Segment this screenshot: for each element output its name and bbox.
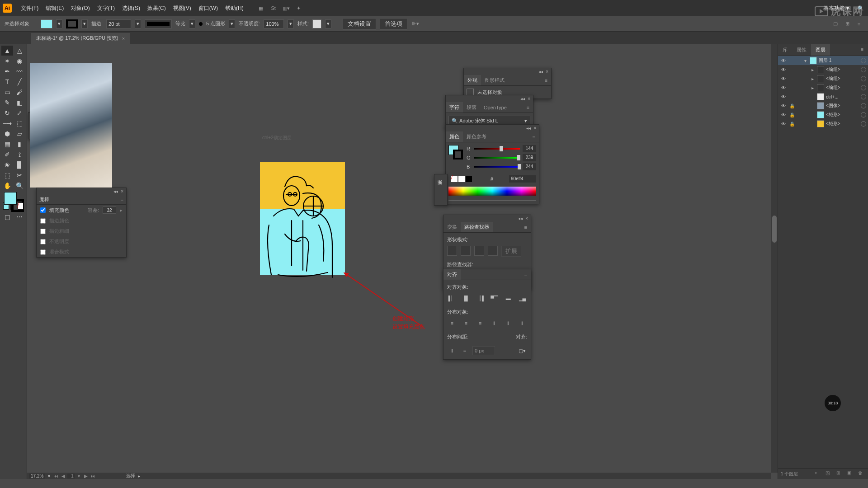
layer-row[interactable]: 👁🔒<图像> — [778, 101, 868, 110]
rectangle-tool[interactable]: ▭ — [1, 87, 13, 97]
target-icon[interactable] — [861, 76, 866, 81]
panel-menu-icon[interactable]: ≡ — [856, 44, 868, 56]
menu-object[interactable]: 对象(O) — [67, 3, 93, 14]
layer-name[interactable]: <编组> — [826, 66, 859, 73]
expand-caret-icon[interactable]: ▾ — [802, 58, 808, 63]
layer-name[interactable]: <编组> — [826, 75, 859, 82]
intersect-icon[interactable] — [474, 246, 484, 256]
visibility-icon[interactable]: 👁 — [780, 94, 787, 99]
document-tab[interactable]: 未标题-1* @ 17.2% (RGB/GPU 预览) × — [31, 32, 130, 44]
color-fill-stroke[interactable] — [448, 145, 463, 170]
lock-icon[interactable]: 🔒 — [789, 122, 795, 127]
line-tool[interactable]: ╱ — [14, 77, 25, 87]
tab-properties[interactable]: 属性 — [792, 44, 811, 56]
layer-name[interactable]: 图层 1 — [819, 57, 859, 64]
layer-row[interactable]: 👁▾图层 1 — [778, 56, 868, 65]
dist-right-icon[interactable]: ⦀ — [518, 318, 527, 328]
selection-tool[interactable]: ▲ — [1, 46, 13, 56]
new-sublayer-icon[interactable]: ⊞ — [836, 470, 844, 478]
dist-left-icon[interactable]: ⦀ — [490, 318, 499, 328]
symbol-sprayer-tool[interactable]: ❀ — [1, 160, 13, 170]
dist-hspace-icon[interactable]: ≡ — [460, 346, 470, 356]
stroke-dropdown[interactable]: ▾ — [81, 19, 88, 28]
menu-view[interactable]: 视图(V) — [170, 3, 195, 14]
eraser-tool[interactable]: ◧ — [14, 98, 25, 108]
stroke-color-check[interactable] — [40, 218, 46, 224]
slice-tool[interactable]: ✂ — [14, 170, 25, 180]
align-panel[interactable]: 对齐 ≡ 对齐对象: ▌▏ ▐▌ ▕▐ ▀▔ ▬ ▁▄ 分布对象: ≡ ≡ ≡ … — [443, 269, 531, 360]
close-icon[interactable]: × — [121, 189, 123, 194]
align-to-dropdown[interactable]: ▢▾ — [517, 346, 527, 356]
fill-dropdown[interactable]: ▾ — [56, 19, 62, 28]
tab-color-guide[interactable]: 颜色参考 — [463, 131, 490, 142]
gpu-icon[interactable]: ✦ — [294, 4, 303, 13]
layer-name[interactable]: <矩形> — [826, 121, 859, 127]
color-panel[interactable]: ◂◂× 颜色 颜色参考 ≡ R144 G239 B244 ⧸ # 90eff4 — [445, 124, 539, 204]
tolerance-input[interactable] — [103, 206, 116, 214]
menu-edit[interactable]: 编辑(E) — [42, 3, 67, 14]
stroke-weight-check[interactable] — [40, 229, 46, 234]
locate-layer-icon[interactable]: ⌖ — [815, 470, 822, 478]
align-left-icon[interactable]: ▌▏ — [447, 293, 457, 303]
magic-wand-panel[interactable]: ◂◂× 魔棒≡ 填充颜色容差:▸ 描边颜色 描边粗细 不透明度 混合模式 — [36, 188, 127, 258]
color-spectrum[interactable] — [448, 187, 536, 196]
dist-bottom-icon[interactable]: ≡ — [475, 318, 485, 328]
tab-appearance[interactable]: 外观 — [464, 75, 481, 85]
visibility-icon[interactable]: 👁 — [780, 85, 787, 90]
magic-wand-tool[interactable]: ✶ — [1, 56, 13, 66]
fill-swatch[interactable] — [41, 19, 52, 28]
tab-paragraph[interactable]: 段落 — [463, 102, 480, 113]
character-panel[interactable]: ◂◂× 字符 段落 OpenType ≡ 🔍 Adobe 宋体 Std L▾ — [445, 95, 533, 129]
blend-tool[interactable]: ⟟ — [14, 150, 25, 160]
unite-icon[interactable] — [447, 246, 457, 256]
visibility-icon[interactable]: 👁 — [780, 103, 787, 108]
type-tool[interactable]: T — [1, 77, 13, 87]
tab-opentype[interactable]: OpenType — [480, 102, 510, 113]
spacing-input[interactable] — [472, 346, 495, 355]
stroke-style-dropdown[interactable]: ▾ — [189, 19, 195, 28]
menu-file[interactable]: 文件(F) — [17, 3, 42, 14]
align-right-icon[interactable]: ▕▐ — [475, 293, 485, 303]
visibility-icon[interactable]: 👁 — [780, 76, 787, 81]
stroke-weight-dropdown[interactable]: ▾ — [135, 19, 141, 28]
target-icon[interactable] — [861, 67, 866, 72]
gradient-panel-collapsed[interactable]: 渐变 — [434, 174, 448, 206]
stock-icon[interactable]: St — [269, 4, 278, 13]
dist-top-icon[interactable]: ≡ — [447, 318, 457, 328]
lock-icon[interactable]: 🔒 — [789, 113, 795, 117]
layer-name[interactable]: <图像> — [826, 103, 859, 109]
paintbrush-tool[interactable]: 🖌 — [14, 87, 25, 97]
delete-layer-icon[interactable]: 🗑 — [858, 470, 865, 478]
graph-tool[interactable]: ▊ — [14, 160, 25, 170]
align-vcenter-icon[interactable]: ▬ — [504, 293, 513, 303]
doc-setup-button[interactable]: 文档设置 — [343, 18, 376, 30]
cb-icon-2[interactable]: ⊞ — [843, 19, 852, 28]
horizontal-scrollbar[interactable]: 17.2% ▾ ⏮◀ 1 ▾▶⏭ 选择 ▸ — [27, 473, 771, 479]
tab-transform[interactable]: 变换 — [443, 222, 461, 232]
target-icon[interactable] — [861, 85, 866, 90]
layer-row[interactable]: 👁▸<编组> — [778, 83, 868, 92]
lasso-tool[interactable]: ◉ — [14, 56, 25, 66]
layer-row[interactable]: 👁▸<编组> — [778, 65, 868, 74]
make-clip-icon[interactable]: ◳ — [826, 470, 833, 478]
opacity-dropdown[interactable]: ▾ — [288, 19, 294, 28]
menu-effect[interactable]: 效果(C) — [144, 3, 170, 14]
stroke-weight-input[interactable] — [106, 19, 131, 28]
target-icon[interactable] — [861, 58, 866, 63]
layer-row[interactable]: 👁ctrl+... — [778, 92, 868, 101]
tab-align[interactable]: 对齐 — [443, 269, 461, 280]
expand-caret-icon[interactable]: ▸ — [810, 76, 815, 81]
artboard-nav[interactable]: ⏮◀ 1 ▾▶⏭ — [53, 474, 96, 479]
cb-icon-3[interactable]: ≡ — [854, 19, 863, 28]
eyedropper-tool[interactable]: ✐ — [1, 150, 13, 160]
menu-select[interactable]: 选择(S) — [118, 3, 144, 14]
opacity-check[interactable] — [40, 239, 46, 244]
free-transform-tool[interactable]: ⬚ — [14, 118, 25, 128]
cb-icon-1[interactable]: ▢ — [831, 19, 840, 28]
bridge-icon[interactable]: ▦ — [256, 4, 265, 13]
layer-name[interactable]: ctrl+... — [826, 94, 859, 99]
dist-vspace-icon[interactable]: ⦀ — [447, 346, 457, 356]
tab-layers[interactable]: 图层 — [811, 44, 830, 56]
exclude-icon[interactable] — [488, 246, 498, 256]
visibility-icon[interactable]: 👁 — [780, 113, 787, 117]
